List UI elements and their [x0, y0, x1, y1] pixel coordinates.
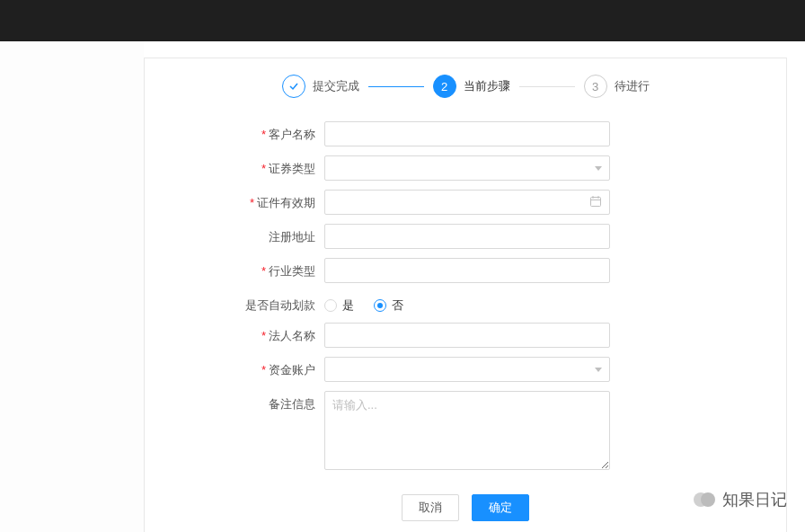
radio-no[interactable]: 否	[374, 297, 403, 314]
reg-address-input[interactable]	[324, 224, 610, 249]
label-customer-name: *客户名称	[181, 121, 324, 143]
radio-yes[interactable]: 是	[324, 297, 354, 314]
label-industry-type: *行业类型	[181, 258, 324, 279]
step-wait-label: 待进行	[615, 78, 650, 94]
step-connector	[519, 86, 575, 87]
security-type-select[interactable]	[324, 155, 610, 181]
label-auto-deduct: 是否自动划款	[181, 292, 324, 314]
form: *客户名称 *证券类型 *证件有效期	[145, 116, 786, 532]
row-security-type: *证券类型	[181, 155, 750, 181]
step-done-label: 提交完成	[313, 78, 359, 94]
row-customer-name: *客户名称	[181, 121, 750, 146]
row-industry-type: *行业类型	[181, 258, 750, 283]
step-done: 提交完成	[282, 75, 359, 98]
legal-name-input[interactable]	[324, 323, 610, 348]
cancel-button[interactable]: 取消	[402, 494, 459, 521]
row-remark: 备注信息	[181, 391, 750, 473]
step-current: 2 当前步骤	[433, 75, 510, 98]
ok-button[interactable]: 确定	[472, 494, 529, 521]
label-valid-date: *证件有效期	[181, 190, 324, 211]
fund-account-select[interactable]	[324, 357, 610, 382]
industry-type-input[interactable]	[324, 258, 610, 283]
label-security-type: *证券类型	[181, 155, 324, 177]
label-reg-address: 注册地址	[181, 224, 324, 245]
form-actions: 取消 确定	[181, 482, 750, 527]
remark-textarea[interactable]	[324, 391, 610, 470]
step-connector	[368, 86, 424, 87]
customer-name-input[interactable]	[324, 121, 610, 146]
radio-no-label: 否	[392, 297, 403, 314]
step-number-icon: 3	[584, 75, 607, 98]
steps-bar: 提交完成 2 当前步骤 3 待进行	[145, 58, 786, 116]
step-wait: 3 待进行	[584, 75, 650, 98]
row-legal-name: *法人名称	[181, 323, 750, 348]
auto-deduct-radio-group: 是 否	[324, 292, 610, 314]
form-panel: 提交完成 2 当前步骤 3 待进行 *客户名称 *证券类型	[144, 58, 787, 532]
row-valid-date: *证件有效期	[181, 190, 750, 215]
chevron-down-icon	[595, 166, 602, 171]
label-legal-name: *法人名称	[181, 323, 324, 344]
label-remark: 备注信息	[181, 391, 324, 412]
row-fund-account: *资金账户	[181, 357, 750, 382]
calendar-icon	[589, 195, 602, 210]
radio-yes-label: 是	[342, 297, 354, 314]
chevron-down-icon	[595, 368, 602, 372]
row-auto-deduct: 是否自动划款 是 否	[181, 292, 750, 314]
svg-rect-0	[591, 197, 601, 206]
left-sidebar-space	[0, 41, 144, 532]
check-icon	[282, 75, 305, 98]
step-number-icon: 2	[433, 75, 456, 98]
step-current-label: 当前步骤	[464, 78, 510, 94]
row-reg-address: 注册地址	[181, 224, 750, 249]
page: 提交完成 2 当前步骤 3 待进行 *客户名称 *证券类型	[0, 41, 805, 532]
valid-date-picker[interactable]	[324, 190, 610, 215]
label-fund-account: *资金账户	[181, 357, 324, 378]
topbar	[0, 0, 805, 41]
